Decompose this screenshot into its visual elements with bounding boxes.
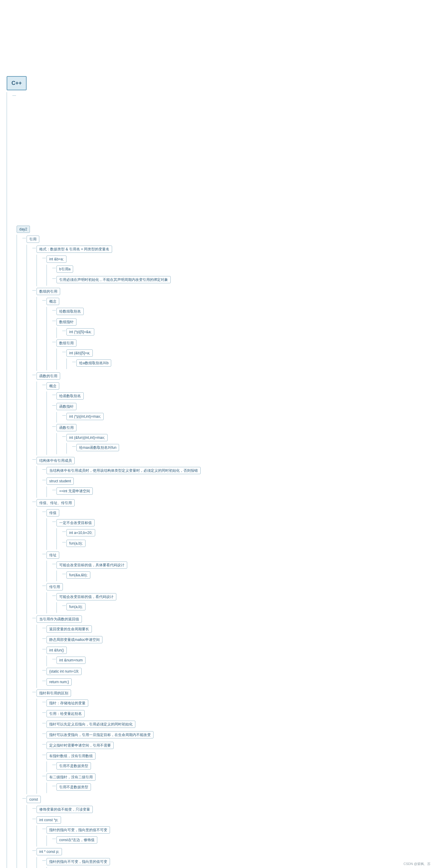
root-node[interactable]: C++ [7,76,27,90]
day2-node[interactable]: day2 [17,226,30,233]
mind-node: 概念给数组取别名数组指针int (*p)[5]=&a;数组引用int (&b)[… [42,297,436,371]
mind-node: 传址可能会改变目标的值，具体要看代码设计fun(&a,&b); [42,551,436,582]
node-label: fun(&a,&b); [66,571,90,579]
mind-node: 指针可以先定义后指向，引用必须定义的同时初始化 [42,720,436,730]
mind-node: int &num=num [52,656,436,666]
node-label: 给max函数取别名叫fun [77,444,119,451]
mind-node: 有指针数组，没有引用数组引用不是数据类型 [42,751,436,773]
mind-node: 数组引用int (&b)[5]=a;给a数组取别名叫b [52,339,436,370]
mind-node: 定义指针时需要申请空间，引用不需要 [42,741,436,751]
node-label[interactable]: 当引用作为函数的返回值 [36,616,82,623]
children: int (*p)(int,int)=max; [57,412,436,423]
node-label[interactable]: 有二级指针，没有二级引用 [47,773,95,781]
children: 指针的指向不可变，指向里的值可变const在*右边，修饰指针 [36,857,436,868]
mind-node: 给max函数取别名叫fun [72,443,436,454]
mind-node: {static int num=19; [42,667,436,677]
node-label[interactable]: 引用 [27,236,39,243]
children: 一定不会改变目标值int a=10,b=20;fun(a,b); [47,518,436,550]
mind-node: 结构体中有引用成员当结构体中有引用成员时，使用该结构体类型定义变量时，必须定义的… [32,456,436,498]
mind-node: 返回变量的生命周期要长 [42,625,436,635]
node-label: 给a数组取别名叫b [77,360,111,367]
node-label[interactable]: 一定不会改变目标值 [57,519,94,526]
node-label: 静态局部变量或malloc申请空间 [47,636,103,643]
node-label[interactable]: int &fun() [47,647,67,654]
mind-node: 传值、传址、传引用传值一定不会改变目标值int a=10,b=20;fun(a,… [32,498,436,615]
children: 指针的指向可变，指向里的值不可变const在*左边，修饰值 [36,826,436,846]
node-label[interactable]: int &b=a; [47,255,66,263]
children: 传值一定不会改变目标值int a=10,b=20;fun(a,b);传址可能会改… [36,508,436,614]
children: 格式：数据类型 & 引用名 = 同类型的变量名int &b=a;b引用a引用必须… [27,245,436,794]
node-label[interactable]: const [27,796,41,803]
node-label[interactable]: 指针和引用的区别 [36,689,71,697]
children: 引用不是数据类型 [47,782,436,793]
mind-node: fun(&a,&b); [62,570,436,581]
mind-node: 格式：数据类型 & 引用名 = 同类型的变量名int &b=a;b引用a引用必须… [32,245,436,287]
mind-node: 静态局部变量或malloc申请空间 [42,635,436,646]
mind-node: int (&b)[5]=a;给a数组取别名叫b [62,348,436,370]
mind-node: 引用不是数据类型 [52,762,436,772]
mind-node: 有二级指针，没有二级引用引用不是数据类型 [42,773,436,794]
node-label[interactable]: 数组指针 [57,318,77,326]
children: 当结构体中有引用成员时，使用该结构体类型定义变量时，必须定义的同时初始化，否则报… [36,466,436,498]
node-label[interactable]: 函数的引用 [36,372,60,380]
node-label[interactable]: 格式：数据类型 & 引用名 = 同类型的变量名 [36,246,112,253]
node-label[interactable]: 概念 [47,298,59,305]
node-label: 引用不是数据类型 [57,762,91,770]
mind-node: int (*p)(int,int)=max; [62,412,436,423]
mind-node: 数组指针int (*p)[5]=&a; [52,317,436,339]
node-label[interactable]: 函数指针 [57,403,77,410]
children: int a=10,b=20;fun(a,b); [57,528,436,549]
children: int &num=num [47,656,436,666]
node-label[interactable]: 数组引用 [57,339,77,347]
mind-node: 一定不会改变目标值int a=10,b=20;fun(a,b); [52,518,436,550]
node-label[interactable]: 结构体中有引用成员 [36,457,75,464]
children: 给max函数取别名叫fun [66,443,436,454]
children: 概念给数组取别名数组指针int (*p)[5]=&a;数组引用int (&b)[… [36,297,436,371]
node-label[interactable]: 数组的引用 [36,288,60,295]
mind-node: int * const p;指针的指向不可变，指向里的值可变const在*右边，… [32,847,436,868]
children: 给数组取别名数组指针int (*p)[5]=&a;数组引用int (&b)[5]… [47,307,436,370]
mind-node: fun(a,b); [62,539,436,549]
node-label[interactable]: 可能会改变目标的值，看代码设计 [57,593,116,600]
mind-node: const在*左边，修饰值 [52,835,436,846]
mind-node: int (&fun)(int,int)=max;给max函数取别名叫fun [62,433,436,454]
node-label[interactable]: 传引用 [47,583,63,590]
node-label: 当结构体中有引用成员时，使用该结构体类型定义变量时，必须定义的同时初始化，否则报… [47,467,201,474]
children: int &b=a;b引用a引用必须在声明时初始化，不能在其声明周期内改变引用的绑… [36,255,436,286]
node-label[interactable]: int * const p; [36,848,62,855]
mind-node: 函数引用int (&fun)(int,int)=max;给max函数取别名叫fu… [52,423,436,455]
mind-node: int &fun()int &num=num [42,646,436,667]
node-label[interactable]: 概念 [47,382,59,390]
node-label[interactable]: 指针的指向可变，指向里的值不可变 [47,826,110,834]
node-label: 给数组取别名 [57,308,84,315]
children: 可能会改变目标的值，具体要看代码设计fun(&a,&b); [47,561,436,582]
children: 可能会改变目标的值，看代码设计fun(a,b); [47,592,436,613]
mind-node: 传引用可能会改变目标的值，看代码设计fun(a,b); [42,582,436,614]
node-label[interactable]: int const *p; [36,816,61,824]
node-label[interactable]: struct student [47,477,74,485]
node-label[interactable]: 函数引用 [57,424,77,431]
node-label[interactable]: int (&fun)(int,int)=max; [66,434,108,441]
node-label[interactable]: int (&b)[5]=a; [66,349,93,357]
mind-node: 当结构体中有引用成员时，使用该结构体类型定义变量时，必须定义的同时初始化，否则报… [42,466,436,476]
mind-node: 指针的指向可变，指向里的值不可变const在*左边，修饰值 [42,826,436,846]
node-label[interactable]: 传址 [47,552,59,559]
node-label[interactable]: 指针的指向不可变，指向里的值可变 [47,858,110,865]
mind-node: int a=10,b=20; [62,528,436,539]
watermark: CSDN @紫枫、苏 [404,861,431,867]
node-label[interactable]: 可能会改变目标的值，具体要看代码设计 [57,561,127,569]
mind-node: 修饰变量的值不能变，只读变量 [32,805,436,815]
node-label: 定义指针时需要申请空间，引用不需要 [47,742,114,749]
node-label: 指针可以先定义后指向，引用必须定义的同时初始化 [47,721,135,728]
node-label: int &num=num [57,657,86,664]
node-label[interactable]: 传值、传址、传引用 [36,499,75,506]
mind-node: ==int 无需申请空间 [52,487,436,497]
node-label[interactable]: 传值 [47,509,59,517]
node-label: 指针：存储地址的变量 [47,700,88,707]
node-label: ==int 无需申请空间 [57,488,93,495]
node-label: const在*左边，修饰值 [57,836,97,843]
mind-node: b引用a [52,265,436,275]
node-label[interactable]: 有指针数组，没有引用数组 [47,752,95,760]
mind-node: 数组的引用概念给数组取别名数组指针int (*p)[5]=&a;数组引用int … [32,287,436,371]
mind-node: 指针：存储地址的变量 [42,699,436,709]
